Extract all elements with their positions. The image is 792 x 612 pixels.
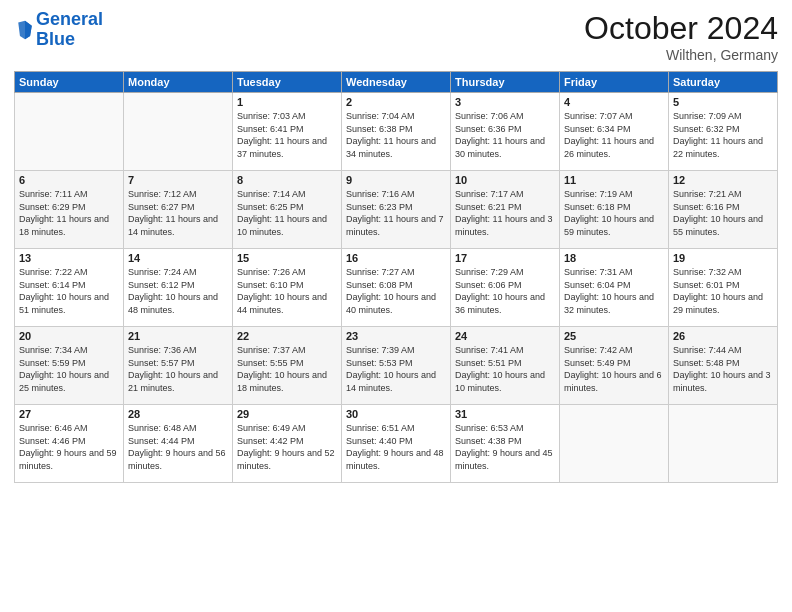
day-cell: 20Sunrise: 7:34 AMSunset: 5:59 PMDayligh… xyxy=(15,327,124,405)
day-number: 22 xyxy=(237,330,337,342)
header: General Blue October 2024 Wilthen, Germa… xyxy=(14,10,778,63)
day-cell xyxy=(669,405,778,483)
day-cell: 31Sunrise: 6:53 AMSunset: 4:38 PMDayligh… xyxy=(451,405,560,483)
day-info: Sunrise: 7:11 AMSunset: 6:29 PMDaylight:… xyxy=(19,188,119,238)
day-number: 3 xyxy=(455,96,555,108)
day-number: 15 xyxy=(237,252,337,264)
day-cell: 11Sunrise: 7:19 AMSunset: 6:18 PMDayligh… xyxy=(560,171,669,249)
day-info: Sunrise: 7:39 AMSunset: 5:53 PMDaylight:… xyxy=(346,344,446,394)
day-number: 8 xyxy=(237,174,337,186)
day-info: Sunrise: 7:09 AMSunset: 6:32 PMDaylight:… xyxy=(673,110,773,160)
day-info: Sunrise: 7:17 AMSunset: 6:21 PMDaylight:… xyxy=(455,188,555,238)
day-cell: 10Sunrise: 7:17 AMSunset: 6:21 PMDayligh… xyxy=(451,171,560,249)
day-info: Sunrise: 7:42 AMSunset: 5:49 PMDaylight:… xyxy=(564,344,664,394)
day-number: 5 xyxy=(673,96,773,108)
day-info: Sunrise: 7:41 AMSunset: 5:51 PMDaylight:… xyxy=(455,344,555,394)
day-cell xyxy=(15,93,124,171)
day-cell: 6Sunrise: 7:11 AMSunset: 6:29 PMDaylight… xyxy=(15,171,124,249)
location-subtitle: Wilthen, Germany xyxy=(584,47,778,63)
logo-name: General xyxy=(36,10,103,30)
week-row-4: 27Sunrise: 6:46 AMSunset: 4:46 PMDayligh… xyxy=(15,405,778,483)
day-cell: 25Sunrise: 7:42 AMSunset: 5:49 PMDayligh… xyxy=(560,327,669,405)
day-cell: 13Sunrise: 7:22 AMSunset: 6:14 PMDayligh… xyxy=(15,249,124,327)
day-cell: 26Sunrise: 7:44 AMSunset: 5:48 PMDayligh… xyxy=(669,327,778,405)
day-cell: 18Sunrise: 7:31 AMSunset: 6:04 PMDayligh… xyxy=(560,249,669,327)
day-number: 10 xyxy=(455,174,555,186)
day-number: 19 xyxy=(673,252,773,264)
day-cell: 12Sunrise: 7:21 AMSunset: 6:16 PMDayligh… xyxy=(669,171,778,249)
day-cell: 21Sunrise: 7:36 AMSunset: 5:57 PMDayligh… xyxy=(124,327,233,405)
day-info: Sunrise: 7:24 AMSunset: 6:12 PMDaylight:… xyxy=(128,266,228,316)
day-cell: 19Sunrise: 7:32 AMSunset: 6:01 PMDayligh… xyxy=(669,249,778,327)
day-info: Sunrise: 6:53 AMSunset: 4:38 PMDaylight:… xyxy=(455,422,555,472)
day-info: Sunrise: 7:26 AMSunset: 6:10 PMDaylight:… xyxy=(237,266,337,316)
week-row-3: 20Sunrise: 7:34 AMSunset: 5:59 PMDayligh… xyxy=(15,327,778,405)
week-row-1: 6Sunrise: 7:11 AMSunset: 6:29 PMDaylight… xyxy=(15,171,778,249)
day-info: Sunrise: 6:51 AMSunset: 4:40 PMDaylight:… xyxy=(346,422,446,472)
day-cell: 15Sunrise: 7:26 AMSunset: 6:10 PMDayligh… xyxy=(233,249,342,327)
day-number: 13 xyxy=(19,252,119,264)
day-info: Sunrise: 7:27 AMSunset: 6:08 PMDaylight:… xyxy=(346,266,446,316)
day-number: 16 xyxy=(346,252,446,264)
day-number: 17 xyxy=(455,252,555,264)
day-info: Sunrise: 7:31 AMSunset: 6:04 PMDaylight:… xyxy=(564,266,664,316)
day-info: Sunrise: 7:16 AMSunset: 6:23 PMDaylight:… xyxy=(346,188,446,238)
day-info: Sunrise: 7:19 AMSunset: 6:18 PMDaylight:… xyxy=(564,188,664,238)
day-number: 20 xyxy=(19,330,119,342)
day-cell: 29Sunrise: 6:49 AMSunset: 4:42 PMDayligh… xyxy=(233,405,342,483)
day-info: Sunrise: 7:06 AMSunset: 6:36 PMDaylight:… xyxy=(455,110,555,160)
day-number: 2 xyxy=(346,96,446,108)
day-number: 25 xyxy=(564,330,664,342)
title-block: October 2024 Wilthen, Germany xyxy=(584,10,778,63)
col-saturday: Saturday xyxy=(669,72,778,93)
day-cell: 2Sunrise: 7:04 AMSunset: 6:38 PMDaylight… xyxy=(342,93,451,171)
day-info: Sunrise: 6:46 AMSunset: 4:46 PMDaylight:… xyxy=(19,422,119,472)
logo: General Blue xyxy=(14,10,103,50)
day-info: Sunrise: 7:36 AMSunset: 5:57 PMDaylight:… xyxy=(128,344,228,394)
day-number: 7 xyxy=(128,174,228,186)
day-cell: 14Sunrise: 7:24 AMSunset: 6:12 PMDayligh… xyxy=(124,249,233,327)
logo-name2: Blue xyxy=(36,30,103,50)
day-cell xyxy=(560,405,669,483)
col-wednesday: Wednesday xyxy=(342,72,451,93)
calendar-table: Sunday Monday Tuesday Wednesday Thursday… xyxy=(14,71,778,483)
day-number: 27 xyxy=(19,408,119,420)
day-cell: 4Sunrise: 7:07 AMSunset: 6:34 PMDaylight… xyxy=(560,93,669,171)
day-info: Sunrise: 7:32 AMSunset: 6:01 PMDaylight:… xyxy=(673,266,773,316)
day-info: Sunrise: 6:49 AMSunset: 4:42 PMDaylight:… xyxy=(237,422,337,472)
day-number: 26 xyxy=(673,330,773,342)
day-info: Sunrise: 6:48 AMSunset: 4:44 PMDaylight:… xyxy=(128,422,228,472)
col-friday: Friday xyxy=(560,72,669,93)
day-number: 28 xyxy=(128,408,228,420)
day-number: 1 xyxy=(237,96,337,108)
day-cell xyxy=(124,93,233,171)
day-number: 6 xyxy=(19,174,119,186)
day-number: 24 xyxy=(455,330,555,342)
day-cell: 23Sunrise: 7:39 AMSunset: 5:53 PMDayligh… xyxy=(342,327,451,405)
day-number: 12 xyxy=(673,174,773,186)
day-info: Sunrise: 7:37 AMSunset: 5:55 PMDaylight:… xyxy=(237,344,337,394)
day-number: 4 xyxy=(564,96,664,108)
day-number: 23 xyxy=(346,330,446,342)
calendar-page: General Blue October 2024 Wilthen, Germa… xyxy=(0,0,792,612)
day-info: Sunrise: 7:29 AMSunset: 6:06 PMDaylight:… xyxy=(455,266,555,316)
day-cell: 17Sunrise: 7:29 AMSunset: 6:06 PMDayligh… xyxy=(451,249,560,327)
day-cell: 8Sunrise: 7:14 AMSunset: 6:25 PMDaylight… xyxy=(233,171,342,249)
day-cell: 30Sunrise: 6:51 AMSunset: 4:40 PMDayligh… xyxy=(342,405,451,483)
day-number: 30 xyxy=(346,408,446,420)
day-cell: 16Sunrise: 7:27 AMSunset: 6:08 PMDayligh… xyxy=(342,249,451,327)
day-number: 18 xyxy=(564,252,664,264)
day-info: Sunrise: 7:44 AMSunset: 5:48 PMDaylight:… xyxy=(673,344,773,394)
col-monday: Monday xyxy=(124,72,233,93)
day-cell: 1Sunrise: 7:03 AMSunset: 6:41 PMDaylight… xyxy=(233,93,342,171)
day-cell: 5Sunrise: 7:09 AMSunset: 6:32 PMDaylight… xyxy=(669,93,778,171)
day-number: 11 xyxy=(564,174,664,186)
day-info: Sunrise: 7:34 AMSunset: 5:59 PMDaylight:… xyxy=(19,344,119,394)
day-info: Sunrise: 7:22 AMSunset: 6:14 PMDaylight:… xyxy=(19,266,119,316)
day-info: Sunrise: 7:07 AMSunset: 6:34 PMDaylight:… xyxy=(564,110,664,160)
day-cell: 22Sunrise: 7:37 AMSunset: 5:55 PMDayligh… xyxy=(233,327,342,405)
day-cell: 3Sunrise: 7:06 AMSunset: 6:36 PMDaylight… xyxy=(451,93,560,171)
day-info: Sunrise: 7:12 AMSunset: 6:27 PMDaylight:… xyxy=(128,188,228,238)
day-cell: 9Sunrise: 7:16 AMSunset: 6:23 PMDaylight… xyxy=(342,171,451,249)
col-sunday: Sunday xyxy=(15,72,124,93)
